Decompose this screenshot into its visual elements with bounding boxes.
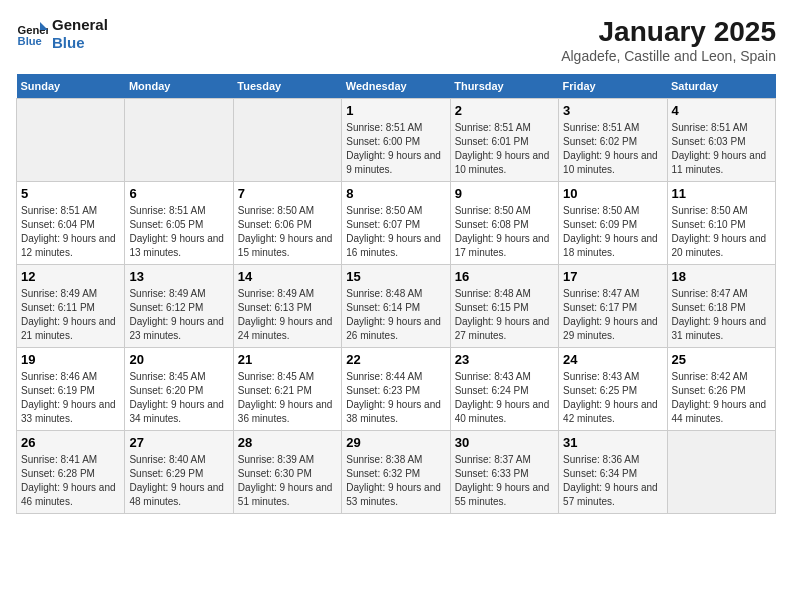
logo-icon: General Blue — [16, 18, 48, 50]
subtitle: Algadefe, Castille and Leon, Spain — [561, 48, 776, 64]
calendar-cell — [667, 431, 775, 514]
svg-text:Blue: Blue — [18, 35, 42, 47]
day-info: Sunrise: 8:47 AM Sunset: 6:17 PM Dayligh… — [563, 287, 662, 343]
day-number: 5 — [21, 186, 120, 201]
calendar-cell: 12Sunrise: 8:49 AM Sunset: 6:11 PM Dayli… — [17, 265, 125, 348]
calendar-cell: 14Sunrise: 8:49 AM Sunset: 6:13 PM Dayli… — [233, 265, 341, 348]
day-number: 2 — [455, 103, 554, 118]
calendar-cell: 26Sunrise: 8:41 AM Sunset: 6:28 PM Dayli… — [17, 431, 125, 514]
calendar-cell: 10Sunrise: 8:50 AM Sunset: 6:09 PM Dayli… — [559, 182, 667, 265]
page-header: General Blue General Blue January 2025 A… — [16, 16, 776, 64]
calendar-cell: 29Sunrise: 8:38 AM Sunset: 6:32 PM Dayli… — [342, 431, 450, 514]
day-info: Sunrise: 8:51 AM Sunset: 6:04 PM Dayligh… — [21, 204, 120, 260]
day-number: 18 — [672, 269, 771, 284]
calendar-cell: 30Sunrise: 8:37 AM Sunset: 6:33 PM Dayli… — [450, 431, 558, 514]
day-info: Sunrise: 8:45 AM Sunset: 6:21 PM Dayligh… — [238, 370, 337, 426]
day-info: Sunrise: 8:43 AM Sunset: 6:24 PM Dayligh… — [455, 370, 554, 426]
day-info: Sunrise: 8:38 AM Sunset: 6:32 PM Dayligh… — [346, 453, 445, 509]
day-info: Sunrise: 8:49 AM Sunset: 6:11 PM Dayligh… — [21, 287, 120, 343]
day-number: 17 — [563, 269, 662, 284]
calendar-cell: 3Sunrise: 8:51 AM Sunset: 6:02 PM Daylig… — [559, 99, 667, 182]
calendar-cell: 16Sunrise: 8:48 AM Sunset: 6:15 PM Dayli… — [450, 265, 558, 348]
day-number: 11 — [672, 186, 771, 201]
calendar-cell: 21Sunrise: 8:45 AM Sunset: 6:21 PM Dayli… — [233, 348, 341, 431]
calendar-cell: 18Sunrise: 8:47 AM Sunset: 6:18 PM Dayli… — [667, 265, 775, 348]
day-info: Sunrise: 8:50 AM Sunset: 6:07 PM Dayligh… — [346, 204, 445, 260]
logo: General Blue General Blue — [16, 16, 108, 52]
day-info: Sunrise: 8:39 AM Sunset: 6:30 PM Dayligh… — [238, 453, 337, 509]
day-number: 20 — [129, 352, 228, 367]
day-number: 19 — [21, 352, 120, 367]
day-number: 12 — [21, 269, 120, 284]
calendar-cell: 5Sunrise: 8:51 AM Sunset: 6:04 PM Daylig… — [17, 182, 125, 265]
day-info: Sunrise: 8:44 AM Sunset: 6:23 PM Dayligh… — [346, 370, 445, 426]
day-info: Sunrise: 8:37 AM Sunset: 6:33 PM Dayligh… — [455, 453, 554, 509]
calendar-cell: 4Sunrise: 8:51 AM Sunset: 6:03 PM Daylig… — [667, 99, 775, 182]
day-info: Sunrise: 8:36 AM Sunset: 6:34 PM Dayligh… — [563, 453, 662, 509]
day-number: 9 — [455, 186, 554, 201]
calendar-cell: 19Sunrise: 8:46 AM Sunset: 6:19 PM Dayli… — [17, 348, 125, 431]
calendar-cell: 13Sunrise: 8:49 AM Sunset: 6:12 PM Dayli… — [125, 265, 233, 348]
day-info: Sunrise: 8:49 AM Sunset: 6:13 PM Dayligh… — [238, 287, 337, 343]
day-number: 31 — [563, 435, 662, 450]
day-number: 24 — [563, 352, 662, 367]
day-info: Sunrise: 8:48 AM Sunset: 6:15 PM Dayligh… — [455, 287, 554, 343]
calendar-cell: 15Sunrise: 8:48 AM Sunset: 6:14 PM Dayli… — [342, 265, 450, 348]
day-info: Sunrise: 8:51 AM Sunset: 6:05 PM Dayligh… — [129, 204, 228, 260]
day-number: 30 — [455, 435, 554, 450]
calendar-cell: 24Sunrise: 8:43 AM Sunset: 6:25 PM Dayli… — [559, 348, 667, 431]
logo-line2: Blue — [52, 34, 108, 52]
day-info: Sunrise: 8:49 AM Sunset: 6:12 PM Dayligh… — [129, 287, 228, 343]
calendar-week-5: 26Sunrise: 8:41 AM Sunset: 6:28 PM Dayli… — [17, 431, 776, 514]
day-number: 28 — [238, 435, 337, 450]
day-info: Sunrise: 8:47 AM Sunset: 6:18 PM Dayligh… — [672, 287, 771, 343]
day-info: Sunrise: 8:51 AM Sunset: 6:02 PM Dayligh… — [563, 121, 662, 177]
day-info: Sunrise: 8:45 AM Sunset: 6:20 PM Dayligh… — [129, 370, 228, 426]
day-info: Sunrise: 8:50 AM Sunset: 6:06 PM Dayligh… — [238, 204, 337, 260]
day-number: 14 — [238, 269, 337, 284]
day-info: Sunrise: 8:51 AM Sunset: 6:01 PM Dayligh… — [455, 121, 554, 177]
calendar-cell: 20Sunrise: 8:45 AM Sunset: 6:20 PM Dayli… — [125, 348, 233, 431]
weekday-header-wednesday: Wednesday — [342, 74, 450, 99]
day-number: 3 — [563, 103, 662, 118]
calendar-cell: 23Sunrise: 8:43 AM Sunset: 6:24 PM Dayli… — [450, 348, 558, 431]
day-info: Sunrise: 8:41 AM Sunset: 6:28 PM Dayligh… — [21, 453, 120, 509]
calendar-cell: 17Sunrise: 8:47 AM Sunset: 6:17 PM Dayli… — [559, 265, 667, 348]
calendar-cell: 25Sunrise: 8:42 AM Sunset: 6:26 PM Dayli… — [667, 348, 775, 431]
day-number: 27 — [129, 435, 228, 450]
weekday-header-monday: Monday — [125, 74, 233, 99]
day-info: Sunrise: 8:48 AM Sunset: 6:14 PM Dayligh… — [346, 287, 445, 343]
calendar-cell — [17, 99, 125, 182]
calendar-cell: 7Sunrise: 8:50 AM Sunset: 6:06 PM Daylig… — [233, 182, 341, 265]
calendar-body: 1Sunrise: 8:51 AM Sunset: 6:00 PM Daylig… — [17, 99, 776, 514]
day-number: 26 — [21, 435, 120, 450]
calendar-cell: 9Sunrise: 8:50 AM Sunset: 6:08 PM Daylig… — [450, 182, 558, 265]
calendar-cell: 31Sunrise: 8:36 AM Sunset: 6:34 PM Dayli… — [559, 431, 667, 514]
day-number: 4 — [672, 103, 771, 118]
weekday-header-sunday: Sunday — [17, 74, 125, 99]
day-number: 10 — [563, 186, 662, 201]
day-info: Sunrise: 8:42 AM Sunset: 6:26 PM Dayligh… — [672, 370, 771, 426]
calendar-cell: 2Sunrise: 8:51 AM Sunset: 6:01 PM Daylig… — [450, 99, 558, 182]
main-title: January 2025 — [561, 16, 776, 48]
day-number: 1 — [346, 103, 445, 118]
day-number: 29 — [346, 435, 445, 450]
calendar-cell — [125, 99, 233, 182]
day-number: 21 — [238, 352, 337, 367]
day-number: 23 — [455, 352, 554, 367]
day-info: Sunrise: 8:46 AM Sunset: 6:19 PM Dayligh… — [21, 370, 120, 426]
day-number: 6 — [129, 186, 228, 201]
day-info: Sunrise: 8:50 AM Sunset: 6:08 PM Dayligh… — [455, 204, 554, 260]
calendar-week-3: 12Sunrise: 8:49 AM Sunset: 6:11 PM Dayli… — [17, 265, 776, 348]
day-number: 8 — [346, 186, 445, 201]
calendar-week-2: 5Sunrise: 8:51 AM Sunset: 6:04 PM Daylig… — [17, 182, 776, 265]
calendar-week-4: 19Sunrise: 8:46 AM Sunset: 6:19 PM Dayli… — [17, 348, 776, 431]
title-block: January 2025 Algadefe, Castille and Leon… — [561, 16, 776, 64]
day-info: Sunrise: 8:51 AM Sunset: 6:03 PM Dayligh… — [672, 121, 771, 177]
calendar-header: SundayMondayTuesdayWednesdayThursdayFrid… — [17, 74, 776, 99]
calendar-cell: 1Sunrise: 8:51 AM Sunset: 6:00 PM Daylig… — [342, 99, 450, 182]
weekday-header-friday: Friday — [559, 74, 667, 99]
day-number: 22 — [346, 352, 445, 367]
weekday-header-tuesday: Tuesday — [233, 74, 341, 99]
calendar-cell: 28Sunrise: 8:39 AM Sunset: 6:30 PM Dayli… — [233, 431, 341, 514]
